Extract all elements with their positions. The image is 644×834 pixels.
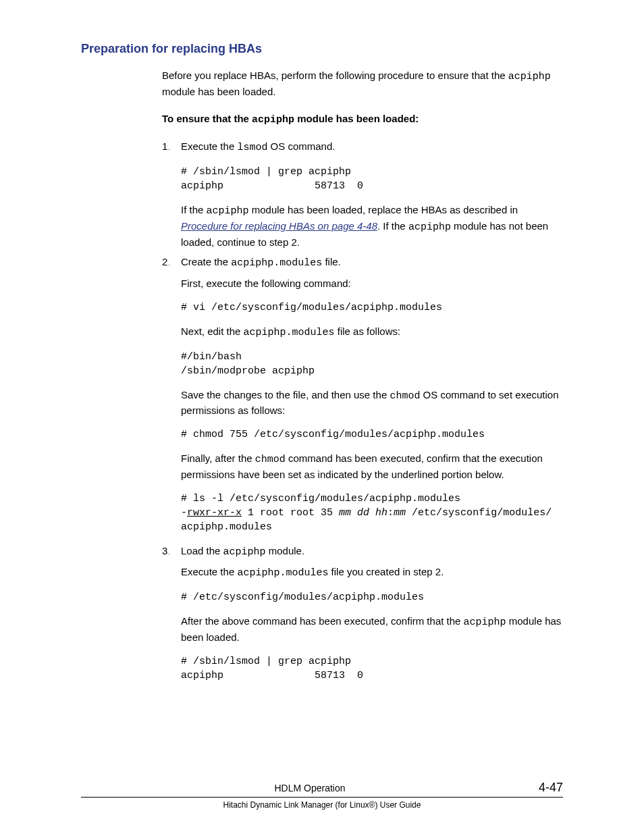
modules-code: acpiphp.modules: [237, 567, 328, 579]
code-block: # vi /etc/sysconfig/modules/acpiphp.modu…: [181, 301, 563, 315]
text: Create the: [181, 256, 231, 267]
ls-colon: :: [387, 507, 394, 519]
modules-code: acpiphp.modules: [231, 257, 322, 269]
footer-page-number: 4-47: [539, 781, 563, 795]
sub-heading: To ensure that the acpiphp module has be…: [162, 111, 563, 128]
text: Execute the acpiphp.modules file you cre…: [181, 565, 563, 581]
text: Execute the: [181, 140, 237, 152]
text: If the: [181, 204, 207, 215]
content-block: Before you replace HBAs, perform the fol…: [81, 68, 563, 683]
modules-code: acpiphp.modules: [244, 327, 335, 338]
cross-ref-link[interactable]: Procedure for replacing HBAs on page 4-4…: [181, 220, 377, 232]
text: OS command.: [267, 140, 335, 152]
ls-date1: mm dd hh: [339, 507, 387, 519]
text: Finally, after the: [181, 452, 255, 464]
footer-subtitle: Hitachi Dynamic Link Manager (for Linux®…: [81, 798, 563, 810]
step-1: 1 Execute the lsmod OS command. # /sbin/…: [162, 139, 563, 249]
text: file as follows:: [335, 325, 401, 337]
acpiphp-code: acpiphp: [252, 114, 294, 126]
text: First, execute the following command:: [181, 276, 563, 291]
text: Next, edit the: [181, 325, 244, 337]
ls-date2: mm: [394, 507, 406, 519]
text: file.: [322, 256, 341, 267]
text: After the above command has been execute…: [181, 615, 464, 627]
step-3: 3 Load the acpiphp module. Execute the a…: [162, 544, 563, 683]
text: file you created in step 2.: [328, 566, 444, 577]
text: . If the: [377, 220, 408, 232]
code-block-ls: # ls -l /etc/sysconfig/modules/acpiphp.m…: [181, 492, 563, 534]
code-block: # /etc/sysconfig/modules/acpiphp.modules: [181, 590, 563, 604]
text: After the above command has been execute…: [181, 614, 563, 645]
acpiphp-code: acpiphp: [408, 221, 451, 233]
text: Execute the: [181, 566, 237, 577]
sub-heading-post: module has been loaded:: [294, 113, 419, 124]
code-block: # chmod 755 /etc/sysconfig/modules/acpip…: [181, 427, 563, 442]
footer-line1: HDLM Operation 4-47: [81, 781, 563, 798]
ls-mid: 1 root root 35: [242, 507, 339, 519]
code-block: # /sbin/lsmod | grep acpiphp acpiphp 587…: [181, 654, 563, 683]
page-footer: HDLM Operation 4-47 Hitachi Dynamic Link…: [81, 781, 563, 810]
text: Load the: [181, 545, 223, 556]
code-block: # /sbin/lsmod | grep acpiphp acpiphp 587…: [181, 165, 563, 193]
section-title: Preparation for replacing HBAs: [81, 42, 563, 56]
steps-list: 1 Execute the lsmod OS command. # /sbin/…: [162, 139, 563, 682]
acpiphp-code: acpiphp: [207, 205, 249, 217]
intro-paragraph: Before you replace HBAs, perform the fol…: [162, 68, 563, 99]
ls-line1: # ls -l /etc/sysconfig/modules/acpiphp.m…: [181, 493, 460, 504]
text: Finally, after the chmod command has bee…: [181, 451, 563, 482]
text: module.: [266, 545, 305, 556]
step-number: 2: [162, 255, 170, 269]
text: Save the changes to the file, and then u…: [181, 389, 390, 400]
step-2: 2 Create the acpiphp.modules file. First…: [162, 255, 563, 533]
ls-line3: acpiphp.modules: [181, 521, 272, 533]
ls-dash: -: [181, 507, 187, 519]
text: Save the changes to the file, and then u…: [181, 388, 563, 419]
step-number: 1: [162, 139, 170, 154]
lsmod-code: lsmod: [237, 142, 267, 153]
acpiphp-code: acpiphp: [223, 546, 266, 558]
step-after: If the acpiphp module has been loaded, r…: [181, 203, 563, 249]
sub-heading-pre: To ensure that the: [162, 113, 252, 124]
chmod-code: chmod: [390, 390, 420, 402]
ls-permissions: rwxr-xr-x: [187, 507, 242, 519]
step-line: Execute the lsmod OS command.: [181, 139, 563, 155]
page: Preparation for replacing HBAs Before yo…: [0, 0, 644, 834]
ls-rest: /etc/sysconfig/modules/: [406, 507, 552, 519]
footer-center-title: HDLM Operation: [81, 783, 539, 793]
step-line: Load the acpiphp module.: [181, 544, 563, 560]
text: module has been loaded, replace the HBAs…: [249, 204, 518, 215]
intro-text-pre: Before you replace HBAs, perform the fol…: [162, 70, 508, 81]
acpiphp-code: acpiphp: [464, 617, 506, 628]
intro-text-post: module has been loaded.: [162, 86, 275, 97]
chmod-code: chmod: [255, 454, 286, 465]
text: Next, edit the acpiphp.modules file as f…: [181, 324, 563, 340]
step-line: Create the acpiphp.modules file.: [181, 255, 563, 271]
code-block: #/bin/bash /sbin/modprobe acpiphp: [181, 350, 563, 378]
acpiphp-code: acpiphp: [508, 71, 551, 82]
step-number: 3: [162, 544, 170, 558]
